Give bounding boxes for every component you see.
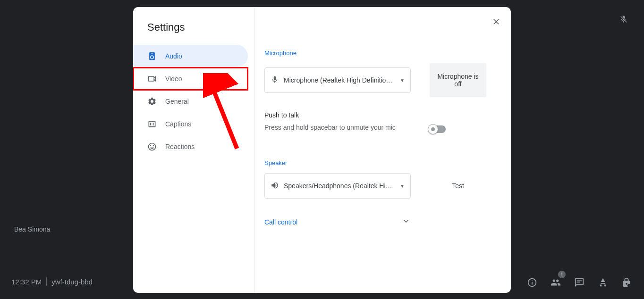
speaker-selected: Speakers/Headphones (Realtek Hig… [284, 182, 395, 190]
call-control-section[interactable]: Call control [264, 216, 411, 228]
meeting-code: ywf-tdug-bbd [51, 278, 93, 286]
chat-icon [574, 277, 585, 288]
nav-item-video[interactable]: Video [133, 67, 248, 90]
caret-down-icon: ▼ [400, 183, 405, 189]
lock-icon: i [621, 277, 632, 288]
activities-icon [598, 277, 608, 288]
nav-label: Audio [165, 52, 182, 60]
info-button[interactable] [527, 277, 537, 288]
speaker-icon [147, 51, 157, 61]
microphone-dropdown[interactable]: Microphone (Realtek High Definitio… ▼ [264, 67, 411, 93]
close-icon [491, 17, 501, 26]
speaker-label: Speaker [264, 159, 501, 166]
microphone-status: Microphone is off [430, 63, 486, 97]
captions-icon [147, 119, 157, 129]
microphone-selected: Microphone (Realtek High Definitio… [284, 76, 395, 84]
caret-down-icon: ▼ [400, 78, 405, 83]
nav-label: Captions [165, 120, 191, 128]
info-icon [527, 277, 537, 288]
gear-icon [147, 97, 157, 106]
people-count-badge: 1 [558, 271, 566, 278]
push-to-talk-toggle[interactable] [429, 125, 446, 133]
call-control-label: Call control [264, 218, 297, 226]
microphone-label: Microphone [264, 50, 501, 57]
people-icon [551, 277, 561, 288]
video-icon [147, 74, 157, 83]
nav-item-audio[interactable]: Audio [133, 45, 248, 67]
mic-icon [271, 75, 279, 85]
nav-label: General [165, 98, 189, 105]
close-button[interactable] [488, 14, 504, 30]
toggle-knob [428, 124, 438, 134]
divider [46, 277, 47, 286]
nav-label: Reactions [165, 143, 195, 150]
nav-item-reactions[interactable]: Reactions [133, 135, 248, 158]
nav-item-general[interactable]: General [133, 90, 248, 113]
clock-time: 12:32 PM [11, 278, 42, 286]
participant-name: Bea Simona [14, 225, 50, 233]
mic-off-indicator-icon [619, 15, 628, 25]
svg-text:i: i [629, 284, 629, 287]
speaker-dropdown[interactable]: Speakers/Headphones (Realtek Hig… ▼ [264, 173, 411, 199]
chevron-down-icon [401, 216, 411, 228]
settings-sidebar: Settings Audio Video General Captions Re… [133, 7, 255, 293]
test-speaker-button[interactable]: Test [430, 182, 486, 190]
people-button[interactable]: 1 [551, 277, 561, 288]
host-controls-button[interactable]: i [621, 277, 632, 288]
settings-content: Microphone Microphone (Realtek High Defi… [255, 7, 511, 293]
activities-button[interactable] [598, 277, 608, 288]
settings-dialog: Settings Audio Video General Captions Re… [133, 7, 511, 293]
volume-icon [271, 181, 279, 191]
push-to-talk-subtitle: Press and hold spacebar to unmute your m… [264, 124, 396, 131]
dialog-title: Settings [133, 21, 254, 45]
push-to-talk-title: Push to talk [264, 111, 400, 119]
smile-icon [147, 142, 157, 151]
nav-item-captions[interactable]: Captions [133, 113, 248, 135]
nav-label: Video [165, 75, 182, 83]
chat-button[interactable] [574, 277, 585, 288]
